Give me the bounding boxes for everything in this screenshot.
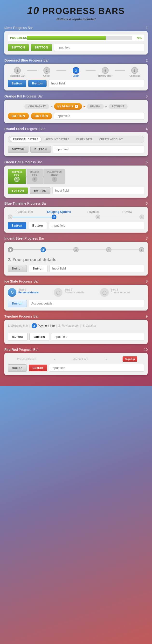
cell-input[interactable] xyxy=(52,187,144,194)
dpressed-steps-row: 1 Shopping Cart 2 Check 3 Login 4 Review… xyxy=(8,67,144,77)
dpressed-label-3: Login xyxy=(72,74,79,77)
cell-step-label-3b: ORDER xyxy=(51,174,59,176)
section-8: Ice Slate Progress Bar 8 ↻ Step 1 Person… xyxy=(4,280,148,310)
section-2-number: 2 xyxy=(146,58,148,62)
fire-step-2: Account Info xyxy=(71,356,90,362)
dpressed-circle-2: 2 xyxy=(44,67,50,74)
typo-step-label-4: Confirm xyxy=(86,324,96,328)
dpressed-input[interactable] xyxy=(48,80,144,87)
pill-step-2: MY DETAILS + xyxy=(54,103,82,110)
typo-input[interactable] xyxy=(51,333,144,340)
ice-step-text-2: Step 2 Account details xyxy=(64,288,84,294)
dpressed-line-2 xyxy=(56,70,66,71)
section-3-header: Orange Pill Progress Bar xyxy=(4,94,148,98)
section-8-header: Ice Slate Progress Bar xyxy=(4,280,148,283)
ice-step-2: ◯ Step 2 Account details xyxy=(54,288,98,297)
steel-btn1[interactable]: BUTTON xyxy=(8,146,28,153)
timeline-input[interactable] xyxy=(49,222,144,229)
dpressed-btn1[interactable]: Button xyxy=(8,80,26,87)
orange-input[interactable] xyxy=(54,112,144,120)
fire-btn-row: Button Button xyxy=(8,364,144,372)
section-10-header: Fire Red Progress Bar xyxy=(4,348,148,352)
ice-step-3: ◯ Step 3 Create account xyxy=(100,288,144,297)
dpressed-step-2: 2 Check xyxy=(37,67,56,77)
section-4-card: PERSONAL DETAILS ACCOUNT DETAILS VERIFY … xyxy=(4,132,148,156)
lime-btn2[interactable]: BUTTON xyxy=(31,44,52,51)
timeline-tab-4: Review xyxy=(110,210,144,214)
typo-step-4: 4. Confirm xyxy=(82,324,96,328)
section-8-number: 8 xyxy=(146,280,148,283)
indent-line-3 xyxy=(79,250,106,250)
section-3-number: 3 xyxy=(146,94,148,98)
ice-input[interactable] xyxy=(29,300,144,307)
timeline-btn1[interactable]: Button xyxy=(8,222,26,229)
typo-btn2[interactable]: Button xyxy=(30,333,49,340)
indent-dot-2: 2 xyxy=(40,247,46,252)
lime-btn1[interactable]: BUTTON xyxy=(8,44,29,51)
section-1-card: PROGRESS 75% BUTTON BUTTON xyxy=(4,31,148,54)
section-6-label-strong: Blue Timeline xyxy=(4,202,26,205)
section-9-header: Typoline Progress Bar xyxy=(4,314,148,318)
typo-step-1: 1. Shipping info xyxy=(8,324,28,328)
cell-steps-row: SHIPPING INFO 1 › BILLING INFO 2 › PLACE… xyxy=(8,169,144,184)
dpressed-circle-3: 3 xyxy=(72,67,80,74)
orange-btn1[interactable]: BUTTON xyxy=(8,113,29,120)
section-4-header: Round Steel Progress Bar xyxy=(4,127,148,131)
section-7-card: 1 2 3 4 5 2. Your personal details Butto… xyxy=(4,242,148,276)
typo-btn-row: Button Button xyxy=(8,333,144,340)
fire-btn2[interactable]: Button xyxy=(29,364,47,371)
timeline-dot-1: 1 xyxy=(8,214,12,219)
cell-btn1[interactable]: BUTTON xyxy=(8,188,28,194)
section-4-label-strong: Round Steel xyxy=(4,127,24,131)
steel-btn2[interactable]: BUTTON xyxy=(30,146,51,153)
dpressed-circle-1: 1 xyxy=(14,67,21,74)
lime-track xyxy=(27,36,132,40)
indent-input[interactable] xyxy=(50,265,144,272)
section-8-label-strong: Ice Slate xyxy=(4,280,18,283)
steel-input[interactable] xyxy=(53,146,144,153)
title-number: 10 xyxy=(27,5,40,16)
section-9-label-strong: Typoline xyxy=(4,314,18,318)
indent-dot-1: 1 xyxy=(8,247,13,252)
timeline-track: 1 2 3 4 xyxy=(8,214,144,219)
ice-btn1[interactable]: Button xyxy=(8,300,27,307)
page-subtitle: Buttons & Inputs included xyxy=(0,17,152,21)
fire-arrow-2: ► xyxy=(105,358,108,360)
lime-pct: 75% xyxy=(135,36,142,39)
lime-input[interactable] xyxy=(54,44,144,51)
indent-btn1[interactable]: Button xyxy=(8,265,27,272)
dpressed-label-2: Check xyxy=(44,74,50,77)
section-7: Indent Steel Progress Bar 7 1 2 3 4 5 2.… xyxy=(4,236,148,276)
pill-plus: + xyxy=(74,104,79,108)
section-1-header: Lime Progress Bar xyxy=(4,26,148,30)
fire-step-3: Sign Up xyxy=(122,356,138,362)
ice-step-num-2: Step 2 xyxy=(64,288,84,291)
fire-btn1[interactable]: Button xyxy=(8,364,27,372)
dpressed-label-5: Checkout xyxy=(129,74,140,77)
timeline-tab-1: Address Info xyxy=(8,210,42,214)
dpressed-btn2[interactable]: Button xyxy=(28,80,47,87)
section-4-number: 4 xyxy=(146,127,148,131)
typo-sep-2: | xyxy=(56,324,57,328)
section-7-label-strong: Indent Steel xyxy=(4,236,24,240)
steel-step-2: ACCOUNT DETAILS xyxy=(42,137,72,142)
timeline-line-2 xyxy=(56,217,96,218)
typo-step-num-1: 1. xyxy=(8,324,10,328)
indent-btn2[interactable]: Button xyxy=(29,265,48,272)
orange-btn2[interactable]: BUTTON xyxy=(31,113,52,120)
section-2-header: Dpressed Blue Progress Bar xyxy=(4,58,148,62)
cell-btn2[interactable]: BUTTON xyxy=(30,187,51,194)
orange-btn-row: BUTTON BUTTON xyxy=(8,112,144,120)
section-5-number: 5 xyxy=(146,160,148,164)
pill-arrow-1: ► xyxy=(50,105,53,108)
fire-input[interactable] xyxy=(49,364,144,372)
cell-step-3: PLACE YOUR ORDER 3 xyxy=(44,169,66,184)
indent-btn-row: Button Button xyxy=(8,265,144,272)
typo-btn1[interactable]: Button xyxy=(8,333,28,340)
typo-sep-3: | xyxy=(80,324,81,328)
indent-subtitle: 2. Your personal details xyxy=(8,257,144,262)
lime-btn-row: BUTTON BUTTON xyxy=(8,44,144,51)
ice-step-1: ↻ Step 1 Personal details xyxy=(8,288,52,297)
timeline-btn2[interactable]: Button xyxy=(28,222,47,229)
cell-step-label-1b: INFO xyxy=(14,174,20,176)
